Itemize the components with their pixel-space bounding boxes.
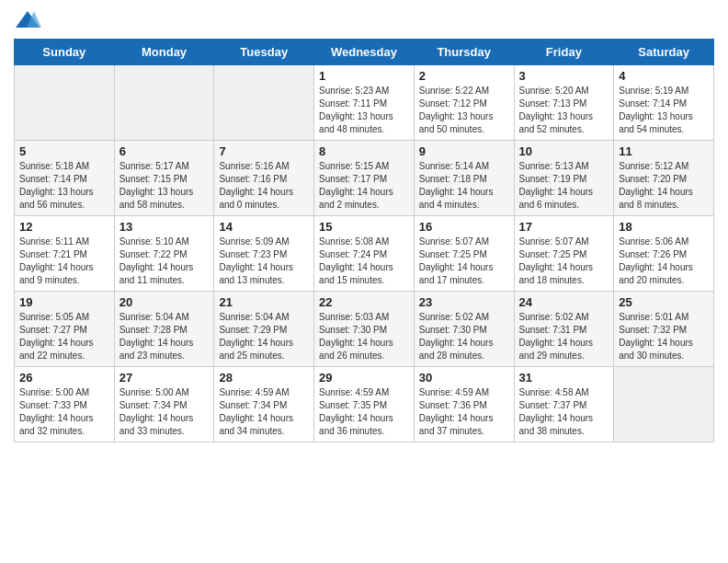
logo (14, 9, 45, 31)
day-number: 11 (619, 144, 709, 158)
day-number: 30 (419, 371, 509, 385)
calendar-cell: 3Sunrise: 5:20 AM Sunset: 7:13 PM Daylig… (514, 65, 614, 141)
day-number: 10 (519, 144, 609, 158)
day-number: 3 (519, 69, 609, 83)
day-number: 20 (119, 295, 210, 309)
calendar-week-row: 12Sunrise: 5:11 AM Sunset: 7:21 PM Dayli… (15, 216, 714, 292)
day-number: 27 (119, 371, 210, 385)
calendar-cell (15, 65, 115, 141)
calendar-week-row: 19Sunrise: 5:05 AM Sunset: 7:27 PM Dayli… (15, 292, 714, 367)
calendar-week-row: 26Sunrise: 5:00 AM Sunset: 7:33 PM Dayli… (15, 367, 714, 442)
calendar-cell: 9Sunrise: 5:14 AM Sunset: 7:18 PM Daylig… (414, 141, 514, 216)
page-header (14, 9, 714, 31)
day-number: 6 (119, 144, 210, 158)
weekday-header: Monday (114, 40, 214, 65)
day-info: Sunrise: 5:18 AM Sunset: 7:14 PM Dayligh… (19, 160, 109, 212)
day-number: 28 (219, 371, 309, 385)
calendar-cell: 21Sunrise: 5:04 AM Sunset: 7:29 PM Dayli… (214, 292, 314, 367)
calendar-cell (214, 65, 314, 141)
day-info: Sunrise: 5:20 AM Sunset: 7:13 PM Dayligh… (519, 85, 609, 136)
calendar-cell: 1Sunrise: 5:23 AM Sunset: 7:11 PM Daylig… (314, 65, 415, 141)
day-info: Sunrise: 5:02 AM Sunset: 7:30 PM Dayligh… (419, 311, 509, 362)
calendar-cell: 10Sunrise: 5:13 AM Sunset: 7:19 PM Dayli… (514, 141, 614, 216)
calendar-cell: 26Sunrise: 5:00 AM Sunset: 7:33 PM Dayli… (15, 367, 115, 442)
day-info: Sunrise: 5:05 AM Sunset: 7:27 PM Dayligh… (19, 311, 109, 362)
day-info: Sunrise: 4:58 AM Sunset: 7:37 PM Dayligh… (519, 386, 609, 438)
calendar-cell: 22Sunrise: 5:03 AM Sunset: 7:30 PM Dayli… (314, 292, 415, 367)
day-number: 19 (19, 295, 109, 309)
weekday-header: Thursday (414, 40, 514, 65)
day-number: 2 (419, 69, 509, 83)
calendar-cell: 28Sunrise: 4:59 AM Sunset: 7:34 PM Dayli… (214, 367, 314, 442)
day-number: 16 (419, 220, 509, 234)
calendar-cell: 31Sunrise: 4:58 AM Sunset: 7:37 PM Dayli… (514, 367, 614, 442)
calendar-cell: 29Sunrise: 4:59 AM Sunset: 7:35 PM Dayli… (314, 367, 415, 442)
day-number: 22 (319, 295, 409, 309)
day-info: Sunrise: 5:00 AM Sunset: 7:34 PM Dayligh… (119, 386, 210, 438)
day-info: Sunrise: 5:16 AM Sunset: 7:16 PM Dayligh… (219, 160, 309, 212)
calendar-week-row: 1Sunrise: 5:23 AM Sunset: 7:11 PM Daylig… (15, 65, 714, 141)
calendar-cell: 14Sunrise: 5:09 AM Sunset: 7:23 PM Dayli… (214, 216, 314, 292)
day-number: 26 (19, 371, 109, 385)
day-info: Sunrise: 5:11 AM Sunset: 7:21 PM Dayligh… (19, 236, 109, 287)
day-info: Sunrise: 5:19 AM Sunset: 7:14 PM Dayligh… (619, 85, 709, 136)
day-number: 21 (219, 295, 309, 309)
calendar-cell: 23Sunrise: 5:02 AM Sunset: 7:30 PM Dayli… (414, 292, 514, 367)
calendar-cell: 5Sunrise: 5:18 AM Sunset: 7:14 PM Daylig… (15, 141, 115, 216)
weekday-header: Tuesday (214, 40, 314, 65)
weekday-header: Friday (514, 40, 614, 65)
day-info: Sunrise: 5:23 AM Sunset: 7:11 PM Dayligh… (319, 85, 409, 136)
day-info: Sunrise: 5:04 AM Sunset: 7:29 PM Dayligh… (219, 311, 309, 362)
day-info: Sunrise: 5:01 AM Sunset: 7:32 PM Dayligh… (619, 311, 709, 362)
calendar-cell: 8Sunrise: 5:15 AM Sunset: 7:17 PM Daylig… (314, 141, 415, 216)
day-info: Sunrise: 5:00 AM Sunset: 7:33 PM Dayligh… (19, 386, 109, 438)
day-number: 29 (319, 371, 409, 385)
calendar-cell: 15Sunrise: 5:08 AM Sunset: 7:24 PM Dayli… (314, 216, 415, 292)
weekday-header: Sunday (15, 40, 115, 65)
calendar-table: SundayMondayTuesdayWednesdayThursdayFrid… (14, 39, 714, 442)
day-number: 31 (519, 371, 609, 385)
calendar-week-row: 5Sunrise: 5:18 AM Sunset: 7:14 PM Daylig… (15, 141, 714, 216)
day-info: Sunrise: 4:59 AM Sunset: 7:36 PM Dayligh… (419, 386, 509, 438)
calendar-cell: 12Sunrise: 5:11 AM Sunset: 7:21 PM Dayli… (15, 216, 115, 292)
calendar-cell (114, 65, 214, 141)
day-number: 24 (519, 295, 609, 309)
calendar-cell: 7Sunrise: 5:16 AM Sunset: 7:16 PM Daylig… (214, 141, 314, 216)
day-number: 4 (619, 69, 709, 83)
day-info: Sunrise: 5:04 AM Sunset: 7:28 PM Dayligh… (119, 311, 210, 362)
day-number: 18 (619, 220, 709, 234)
day-info: Sunrise: 5:17 AM Sunset: 7:15 PM Dayligh… (119, 160, 210, 212)
day-number: 7 (219, 144, 309, 158)
calendar-cell: 4Sunrise: 5:19 AM Sunset: 7:14 PM Daylig… (614, 65, 714, 141)
day-number: 5 (19, 144, 109, 158)
day-info: Sunrise: 5:08 AM Sunset: 7:24 PM Dayligh… (319, 236, 409, 287)
calendar-cell: 17Sunrise: 5:07 AM Sunset: 7:25 PM Dayli… (514, 216, 614, 292)
day-number: 23 (419, 295, 509, 309)
day-info: Sunrise: 5:15 AM Sunset: 7:17 PM Dayligh… (319, 160, 409, 212)
calendar-cell: 24Sunrise: 5:02 AM Sunset: 7:31 PM Dayli… (514, 292, 614, 367)
day-info: Sunrise: 5:13 AM Sunset: 7:19 PM Dayligh… (519, 160, 609, 212)
day-info: Sunrise: 5:14 AM Sunset: 7:18 PM Dayligh… (419, 160, 509, 212)
calendar-cell: 27Sunrise: 5:00 AM Sunset: 7:34 PM Dayli… (114, 367, 214, 442)
day-info: Sunrise: 4:59 AM Sunset: 7:34 PM Dayligh… (219, 386, 309, 438)
day-info: Sunrise: 5:06 AM Sunset: 7:26 PM Dayligh… (619, 236, 709, 287)
day-number: 13 (119, 220, 210, 234)
calendar-cell: 2Sunrise: 5:22 AM Sunset: 7:12 PM Daylig… (414, 65, 514, 141)
calendar-cell: 20Sunrise: 5:04 AM Sunset: 7:28 PM Dayli… (114, 292, 214, 367)
day-info: Sunrise: 5:10 AM Sunset: 7:22 PM Dayligh… (119, 236, 210, 287)
day-number: 8 (319, 144, 409, 158)
calendar-cell (614, 367, 714, 442)
day-number: 1 (319, 69, 409, 83)
weekday-header: Saturday (614, 40, 714, 65)
weekday-header: Wednesday (314, 40, 415, 65)
logo-icon (14, 9, 41, 31)
day-info: Sunrise: 5:09 AM Sunset: 7:23 PM Dayligh… (219, 236, 309, 287)
day-number: 15 (319, 220, 409, 234)
day-info: Sunrise: 4:59 AM Sunset: 7:35 PM Dayligh… (319, 386, 409, 438)
calendar-cell: 18Sunrise: 5:06 AM Sunset: 7:26 PM Dayli… (614, 216, 714, 292)
day-number: 12 (19, 220, 109, 234)
day-info: Sunrise: 5:07 AM Sunset: 7:25 PM Dayligh… (419, 236, 509, 287)
calendar-cell: 6Sunrise: 5:17 AM Sunset: 7:15 PM Daylig… (114, 141, 214, 216)
weekday-header-row: SundayMondayTuesdayWednesdayThursdayFrid… (15, 40, 714, 65)
day-info: Sunrise: 5:22 AM Sunset: 7:12 PM Dayligh… (419, 85, 509, 136)
